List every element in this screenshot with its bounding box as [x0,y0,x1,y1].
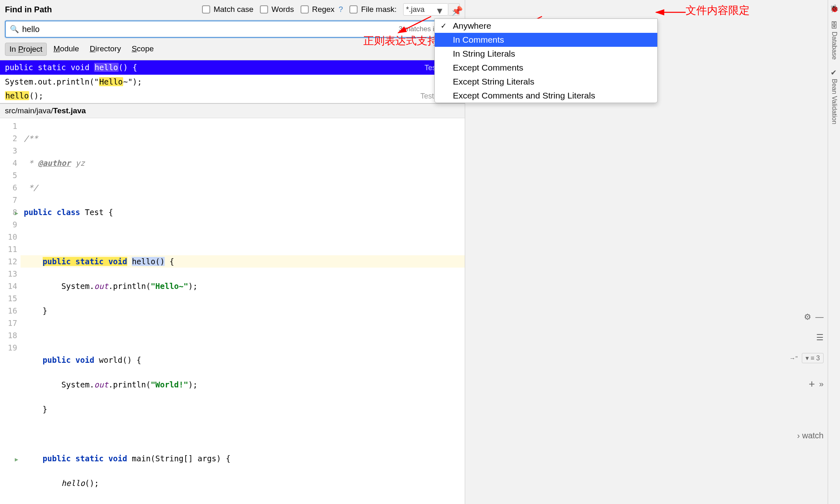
filter-icon[interactable]: ▼ [435,6,444,16]
content-filter-dropdown: ✓Anywhere In Comments In String Literals… [434,18,658,103]
pin-icon[interactable]: 📌 [452,6,463,16]
minus-icon[interactable]: — [815,312,824,322]
results-list: public static void hello() { Test.java 6… [0,60,465,103]
code-content[interactable]: /** * @author yz */ ▶public class Test {… [21,118,465,504]
tab-in-project[interactable]: In Project [5,43,47,56]
gear-icon[interactable]: ⚙ [804,312,811,322]
words-option[interactable]: Words [260,5,294,14]
fold-arrow-icon[interactable]: ▶ [15,207,18,219]
list-icon[interactable]: ☰ [816,332,824,342]
match-case-checkbox[interactable] [202,5,210,14]
side-tab-database[interactable]: 🗄Database [831,21,838,60]
search-icon: 🔍 [10,25,19,34]
dialog-title: Find in Path [5,5,52,14]
plus-icon[interactable]: + [809,378,815,390]
dropdown-in-comments[interactable]: In Comments [435,33,657,47]
scope-tabs: In Project Module Directory Scope [0,39,465,60]
gutter: 12345678910111213141516171819 [0,118,21,504]
result-row[interactable]: System.out.println("Hello~"); Test.java … [0,75,465,89]
match-case-option[interactable]: Match case [202,5,253,14]
search-box[interactable]: 🔍 3 matches in 1 file [5,21,460,38]
dropdown-in-string-literals[interactable]: In String Literals [435,47,657,61]
code-area[interactable]: 12345678910111213141516171819 /** * @aut… [0,118,465,504]
more-icon[interactable]: » [819,379,824,389]
regex-option[interactable]: Regex ? [301,5,343,14]
result-row[interactable]: hello(); Test.java 15 [0,89,465,103]
bug-icon[interactable]: 🐞 [830,4,839,13]
regex-checkbox[interactable] [301,5,309,14]
preview-path: src/main/java/Test.java [0,104,465,118]
regex-help-icon[interactable]: ? [339,5,343,14]
side-tab-bean-validation[interactable]: ✔Bean Validation [831,68,838,124]
tab-directory[interactable]: Directory [86,43,125,56]
dropdown-except-both[interactable]: Except Comments and String Literals [435,89,657,103]
file-mask-option[interactable]: File mask: [349,5,397,14]
preview-panel: src/main/java/Test.java 1234567891011121… [0,103,465,504]
header: Find in Path Match case Words Regex ? Fi… [0,0,465,19]
result-row[interactable]: public static void hello() { Test.java 6 [0,60,465,75]
words-checkbox[interactable] [260,5,268,14]
search-input[interactable] [22,25,395,34]
run-arrow-icon[interactable]: ▶ [15,453,18,465]
dropdown-except-string-literals[interactable]: Except String Literals [435,75,657,89]
tab-scope[interactable]: Scope [128,43,158,56]
list-badge[interactable]: ▾ ≡ 3 [802,353,824,363]
file-mask-checkbox[interactable] [349,5,358,14]
dropdown-anywhere[interactable]: ✓Anywhere [435,19,657,33]
tab-module[interactable]: Module [49,43,83,56]
check-icon: ✓ [441,21,447,30]
dropdown-except-comments[interactable]: Except Comments [435,61,657,75]
side-toolbar: 🐞 🗄Database ✔Bean Validation [828,0,840,504]
